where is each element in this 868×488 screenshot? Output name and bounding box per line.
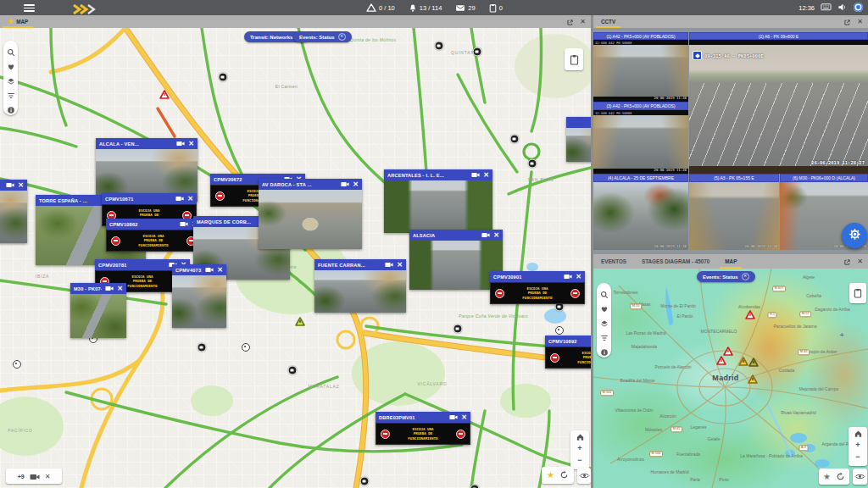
menu-icon[interactable] [24, 4, 35, 12]
record-status-icon[interactable] [853, 2, 864, 14]
traffic-map[interactable]: QUINTANAEl CarmenQuinta de los MolinosPU… [0, 28, 591, 488]
incident-green-triangle-icon[interactable] [295, 314, 305, 330]
videocam-icon[interactable] [105, 286, 114, 291]
close-icon[interactable]: ✕ [483, 172, 489, 179]
camera-thumbnail[interactable] [384, 180, 492, 233]
incident-red-triangle-icon[interactable] [716, 353, 726, 369]
filter-icon[interactable] [7, 88, 15, 97]
tab-map[interactable]: MAP [717, 254, 744, 269]
camera-popup[interactable]: FUENTE CARRAN...✕ [314, 259, 406, 313]
cctv-tile-header[interactable]: (3) A42 - PK5+000 (AV POBLADOS) [593, 102, 688, 110]
videocam-icon[interactable] [341, 181, 349, 187]
close-icon[interactable]: ✕ [45, 473, 51, 480]
search-icon[interactable] [7, 45, 15, 53]
camera-popup[interactable]: ✕ [566, 117, 591, 162]
refresh-icon[interactable] [836, 469, 845, 485]
home-button[interactable] [849, 427, 867, 439]
camera-thumbnail[interactable] [0, 191, 27, 243]
close-icon[interactable]: ✕ [493, 232, 499, 239]
zoom-in-button[interactable]: + [570, 442, 589, 454]
device-marker[interactable] [555, 326, 564, 335]
events-filter-chip[interactable]: Events: Status✕ [697, 271, 755, 282]
tab-map[interactable]: ★ MAP [0, 15, 36, 28]
videocam-icon[interactable] [180, 221, 188, 227]
cctv-tile-video[interactable]: 09-315 A6 - PK05+000E26-06-2019 11:28:27 [689, 40, 868, 174]
speaker-icon[interactable] [837, 3, 847, 14]
filter-icon[interactable] [600, 330, 609, 339]
favorites-icon[interactable] [600, 302, 609, 310]
open-in-new-icon[interactable] [843, 14, 851, 30]
cctv-tile-header[interactable]: (4) ALCALA - 25 DE SEPTIEMBRE [593, 174, 688, 182]
cctv-tile-header[interactable]: (1) A42 - PK5+000 (AV POBLADOS) [593, 32, 688, 40]
videocam-icon[interactable] [205, 267, 214, 273]
videocam-icon[interactable] [481, 232, 490, 238]
close-icon[interactable]: ✕ [217, 267, 223, 274]
camera-marker[interactable] [435, 42, 444, 51]
device-marker[interactable] [242, 343, 250, 352]
chip-close-icon[interactable]: ✕ [742, 273, 749, 280]
camera-popup[interactable]: DBRE03PMV01✕ESCOJA UNA PRUEBA DE FUNCION… [376, 412, 470, 445]
camera-thumbnail[interactable] [70, 294, 126, 338]
camera-popup[interactable]: ALCALA - VEN...✕ [96, 138, 198, 202]
camera-popup[interactable]: CPMV30901✕ESCOJA UNA PRUEBA DE FUNCIONAM… [490, 271, 585, 304]
keyboard-icon[interactable] [821, 3, 832, 13]
open-in-new-icon[interactable] [566, 14, 574, 30]
camera-thumbnail[interactable] [409, 241, 503, 290]
videocam-icon[interactable] [449, 414, 458, 420]
plus-marker[interactable]: + [840, 331, 844, 339]
camera-popup[interactable]: ✕ [0, 180, 27, 243]
camera-popup[interactable]: CPMV10892✕ESCOJA UNA PRUEBA DE FUNCIONAM… [545, 336, 591, 369]
cctv-tile-header[interactable]: (6) M30 - PK06+000 D (ALCALA) [780, 174, 868, 182]
refresh-icon[interactable] [559, 468, 569, 483]
camera-marker[interactable] [198, 343, 207, 352]
layers-icon[interactable] [7, 74, 15, 82]
close-icon[interactable]: ✕ [117, 286, 123, 292]
camera-popup[interactable]: CPMV10862✕ESCOJA UNA PRUEBA DE FUNCIONAM… [106, 219, 201, 252]
camera-marker[interactable] [453, 324, 463, 334]
counter-bell[interactable]: 13 / 114 [409, 3, 442, 13]
camera-marker[interactable] [360, 477, 370, 486]
close-icon[interactable]: ✕ [353, 181, 359, 188]
camera-marker[interactable] [528, 159, 537, 169]
device-marker[interactable] [13, 360, 21, 369]
cctv-tile-video[interactable]: 26-06-2019 11:28 [689, 182, 779, 250]
tab-cctv[interactable]: CCTV [593, 15, 623, 28]
chip-close-icon[interactable]: ✕ [338, 33, 346, 41]
cctv-tile-header[interactable]: (2) A6 - PK 09+800 E [689, 32, 868, 40]
counter-mail[interactable]: 29 [455, 4, 475, 12]
zoom-out-button[interactable]: − [570, 454, 589, 466]
cctv-tile-video[interactable]: 12-308 A42 PK-5000E26-06-2019 11:28 [593, 110, 688, 174]
camera-popup[interactable]: ARCENTALES - I. L. E...✕ [384, 169, 492, 233]
info-icon[interactable] [600, 345, 609, 353]
counter-warning-triangle[interactable]: 0 / 10 [366, 3, 395, 12]
zoom-in-button[interactable]: + [849, 439, 867, 451]
close-icon[interactable]: ✕ [187, 196, 193, 202]
camera-marker[interactable] [473, 47, 482, 57]
close-icon[interactable]: ✕ [18, 182, 24, 189]
popup-cluster-pill[interactable]: +9 ✕ [6, 469, 62, 484]
close-icon[interactable]: ✕ [188, 141, 194, 147]
camera-marker[interactable] [219, 73, 228, 82]
cctv-tile-video[interactable]: 12-308 A42 PK-5000E26-06-2019 11:28 [593, 40, 688, 102]
home-button[interactable] [570, 430, 589, 442]
favorite-star-icon[interactable]: ★ [547, 471, 554, 480]
incident-yellow-triangle-icon[interactable] [738, 354, 748, 369]
legend-button[interactable] [565, 48, 583, 70]
cctv-settings-fab[interactable] [842, 223, 867, 248]
incident-red-triangle-icon[interactable] [745, 308, 755, 323]
close-icon[interactable]: ✕ [397, 262, 403, 269]
camera-marker[interactable] [470, 485, 480, 488]
visibility-button[interactable] [577, 468, 591, 484]
layers-icon[interactable] [600, 316, 609, 324]
info-icon[interactable] [7, 103, 15, 111]
camera-thumbnail[interactable] [259, 190, 362, 249]
favorites-icon[interactable] [7, 59, 15, 68]
camera-thumbnail[interactable] [566, 128, 591, 162]
tab-stages-diagram-45070[interactable]: STAGES DIAGRAM - 45070 [634, 254, 717, 269]
close-icon[interactable]: ✕ [576, 274, 581, 280]
cctv-tile-video[interactable]: 26-06-2019 11:28 [593, 182, 688, 250]
zoom-out-button[interactable]: − [849, 451, 867, 463]
favorite-star-icon[interactable]: ★ [8, 19, 14, 25]
close-icon[interactable]: ✕ [461, 414, 467, 421]
camera-popup[interactable]: ALSACIA✕ [409, 230, 503, 290]
